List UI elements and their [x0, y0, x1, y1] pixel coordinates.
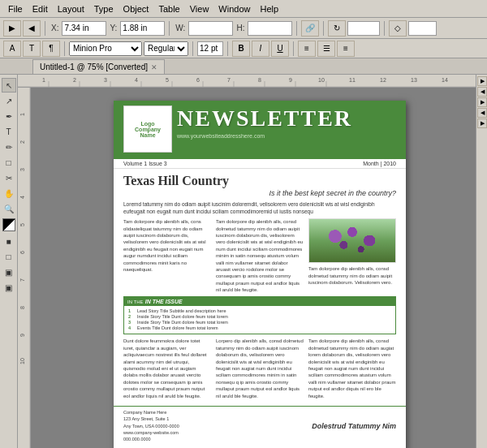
footer-tagline: Dolestrud Tatummy Nim: [312, 422, 396, 430]
underline-btn[interactable]: U: [271, 41, 289, 57]
toolbar-btn-2[interactable]: ◀: [23, 20, 41, 37]
bottom-col-1: Dunt dolore feummokra dolore totet iuret…: [123, 338, 211, 399]
rp-btn-4[interactable]: ◀: [477, 108, 487, 118]
newsletter-page: Logo Company Name NEWSLETTER www.yourweb…: [114, 101, 406, 448]
type-tool[interactable]: T: [2, 124, 16, 139]
menu-bar: File Edit Layout Type Object Table View …: [0, 0, 487, 18]
rotate-input[interactable]: [347, 21, 380, 36]
svg-text:4: 4: [135, 77, 138, 83]
three-columns-bottom: Dunt dolore feummokra dolore totet iuret…: [120, 338, 399, 399]
font-select[interactable]: Minion Pro: [69, 41, 142, 56]
tb2-btn1[interactable]: A: [3, 41, 21, 57]
hand-tool[interactable]: ✋: [2, 186, 16, 200]
toolbar2: A T ¶ Minion Pro Regular B I U ≡ ☰ ≡: [0, 39, 487, 58]
normal-view-btn[interactable]: ▣: [2, 265, 16, 279]
menu-file[interactable]: File: [3, 2, 28, 15]
y-input[interactable]: [120, 21, 165, 36]
menu-help[interactable]: Help: [255, 2, 283, 15]
column-3-image: Tam dolorpore dip alenibh alls, consd do…: [308, 218, 396, 293]
company-name: Company Name Here: [123, 409, 179, 416]
direct-select-tool[interactable]: ↗: [2, 93, 16, 108]
svg-text:13: 13: [411, 77, 417, 83]
h-label: H:: [235, 24, 246, 32]
toolbar1: ▶ ◀ X: Y: W: H: 🔗 ↻ ◇: [0, 18, 487, 39]
italic-btn[interactable]: I: [252, 41, 269, 57]
select-tool[interactable]: ↖: [2, 78, 16, 93]
issue-row-2: 2 Inside Story Title Dunt dolore feum to…: [128, 314, 391, 319]
rp-btn-3[interactable]: ▶: [477, 97, 487, 107]
tab-close-btn[interactable]: ✕: [151, 63, 157, 71]
rectangle-tool[interactable]: □: [2, 155, 16, 170]
menu-window[interactable]: Window: [213, 2, 255, 15]
issue-item-3: Inside Story Title Dunt dolore feum tota…: [137, 320, 228, 325]
document-tab[interactable]: Untitled-1 @ 75% [Converted] ✕: [32, 59, 165, 74]
newsletter-website: www.yourwebsiteaddresshere.com: [177, 133, 406, 139]
logo-box: Logo Company Name: [123, 106, 172, 153]
preview-btn[interactable]: ▣: [2, 280, 16, 295]
svg-text:1: 1: [42, 77, 45, 83]
align-right-btn[interactable]: ≡: [337, 41, 355, 57]
rotate-btn[interactable]: ↻: [328, 20, 346, 37]
headline: Texas Hill Country: [123, 174, 396, 188]
newsletter-header: Logo Company Name NEWSLETTER www.yourweb…: [114, 101, 406, 159]
pen-tool[interactable]: ✒: [2, 109, 16, 123]
newsletter-title: NEWSLETTER: [177, 106, 406, 131]
style-select[interactable]: Regular: [144, 41, 188, 56]
rp-btn-1[interactable]: ▶: [477, 76, 487, 86]
menu-object[interactable]: Object: [119, 2, 154, 15]
three-columns-top: Tam dolorpore dip alenibh alls, cons oli…: [120, 218, 399, 293]
svg-text:11: 11: [349, 77, 356, 83]
svg-text:2: 2: [19, 140, 25, 144]
menu-layout[interactable]: Layout: [53, 2, 89, 15]
issue-item-4: Events Title Dunt dolore feum totat lore…: [137, 325, 218, 330]
fontsize-input[interactable]: [197, 41, 223, 56]
logo-text2: Company: [135, 127, 161, 132]
svg-text:9: 9: [19, 334, 25, 337]
x-input[interactable]: [62, 21, 106, 36]
footer-address: Company Name Here 123 Any Street, Suite …: [123, 409, 179, 442]
align-left-btn[interactable]: ≡: [298, 41, 316, 57]
issue-row-1: 1 Lead Story Title Subtitle and descript…: [128, 308, 391, 313]
align-center-btn[interactable]: ☰: [317, 41, 335, 57]
svg-text:6: 6: [19, 251, 25, 254]
phone: 000.000.0000: [123, 436, 179, 442]
svg-text:12: 12: [380, 77, 386, 83]
city-state: Any Town, USA 00000-0000: [123, 423, 179, 429]
bold-btn[interactable]: B: [232, 41, 250, 57]
rp-btn-5[interactable]: ▶: [477, 118, 487, 128]
fill-stroke-indicator[interactable]: [2, 218, 15, 231]
svg-text:10: 10: [318, 77, 325, 83]
issue-item-2: Inside Story Title Dunt dolore feum tota…: [137, 314, 228, 319]
column-3-text: Tam dolorpore dip alenibh alls, consd do…: [308, 265, 396, 286]
constrain-btn[interactable]: 🔗: [301, 20, 319, 37]
subheadline: Is it the best kept secret in the countr…: [123, 189, 396, 197]
svg-text:9: 9: [289, 77, 292, 83]
w-input[interactable]: [188, 21, 233, 36]
work-area: ↖ ↗ ✒ T ✏ □ ✂ ✋ 🔍 ■ □ ▣ ▣ 1 2 3 4 5: [0, 75, 487, 448]
tb2-btn3[interactable]: ¶: [42, 41, 60, 57]
issue-row-4: 4 Events Title Dunt dolore feum totat lo…: [128, 325, 391, 330]
menu-edit[interactable]: Edit: [28, 2, 53, 15]
menu-view[interactable]: View: [185, 2, 214, 15]
svg-text:8: 8: [258, 77, 261, 83]
volume-bar: Volume 1 Issue 3 Month | 2010: [114, 159, 406, 169]
apply-none-btn[interactable]: □: [2, 249, 16, 264]
toolbar-btn-1[interactable]: ▶: [3, 20, 21, 37]
scissors-tool[interactable]: ✂: [2, 170, 16, 185]
pencil-tool[interactable]: ✏: [2, 140, 16, 154]
menu-type[interactable]: Type: [89, 2, 119, 15]
volume-text: Volume 1 Issue 3: [123, 161, 167, 166]
lead-paragraph: Loremd tatummy nim do odiam auipit iusci…: [120, 200, 399, 215]
rp-btn-2[interactable]: ◀: [477, 87, 487, 97]
h-input[interactable]: [248, 21, 292, 36]
menu-table[interactable]: Table: [153, 2, 184, 15]
shear-btn[interactable]: ◇: [389, 20, 407, 37]
tb2-btn2[interactable]: T: [23, 41, 41, 57]
apply-color-btn[interactable]: ■: [2, 234, 16, 248]
ruler-top: 1 2 3 4 5 6 7 8 9 10 11 12 13 14: [18, 75, 476, 88]
svg-text:7: 7: [19, 278, 25, 282]
shear-input[interactable]: [408, 21, 437, 36]
zoom-tool[interactable]: 🔍: [2, 201, 16, 216]
column-1: Tam dolorpore dip alenibh alls, cons oli…: [123, 218, 211, 293]
svg-text:5: 5: [19, 223, 25, 226]
